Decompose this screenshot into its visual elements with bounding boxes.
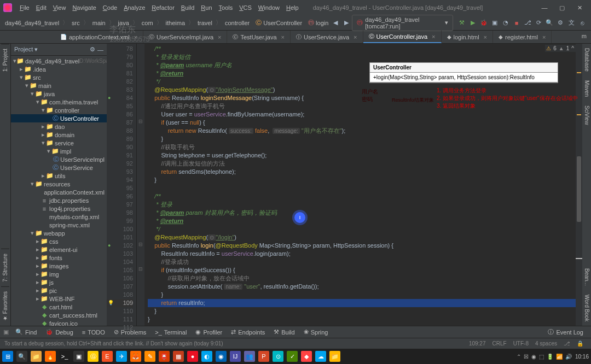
fold-toggle-icon[interactable] xyxy=(137,143,144,151)
code-line[interactable]: } xyxy=(148,135,588,143)
code-line[interactable]: //获取用户对象，放在会话域中 xyxy=(148,274,588,283)
fold-toggle-icon[interactable] xyxy=(137,69,144,78)
taskbar-app-icon[interactable]: >_ xyxy=(59,351,70,362)
fold-toggle-icon[interactable] xyxy=(137,78,144,86)
menu-edit[interactable]: Edit xyxy=(33,4,50,11)
tree-item[interactable]: applicationContext.xml xyxy=(11,188,107,196)
tree-arrow-icon[interactable]: ▸ xyxy=(35,279,40,286)
tree-item[interactable]: ▾📁impl xyxy=(11,147,107,155)
code-line[interactable]: //获取手机号 xyxy=(148,143,588,151)
gutter-line[interactable]: 93 xyxy=(107,168,133,176)
breadcrumb[interactable]: day46_day49_travel〉src〉main〉java〉com〉ith… xyxy=(3,19,251,27)
tree-item[interactable]: ⒸUserService xyxy=(11,163,107,172)
coverage-icon[interactable]: ▣ xyxy=(491,19,499,27)
fold-toggle-icon[interactable] xyxy=(137,291,144,299)
gutter-line[interactable]: 79 xyxy=(107,53,133,61)
hammer-icon[interactable]: ⚒ xyxy=(458,19,466,27)
tree-item[interactable]: ▸📁pic xyxy=(11,286,107,295)
bottom-tab-find[interactable]: 🔍Find xyxy=(11,328,41,336)
minimize-button[interactable]: — xyxy=(536,2,553,13)
taskbar-app-icon[interactable]: ◐ xyxy=(201,351,212,362)
intention-bulb-icon[interactable]: 💡 xyxy=(108,299,114,307)
gutter-line[interactable]: 111 xyxy=(107,315,133,324)
tree-arrow-icon[interactable]: ▾ xyxy=(30,90,35,97)
code-line[interactable]: /** xyxy=(148,192,588,201)
tree-item[interactable]: ▾📁controller xyxy=(11,106,107,114)
tree-arrow-icon[interactable]: ▾ xyxy=(35,98,40,105)
project-settings-icon[interactable]: ⚙ xyxy=(90,46,95,53)
gutter-line[interactable]: 108 xyxy=(107,291,133,299)
tree-item[interactable]: ▸📁WEB-INF xyxy=(11,295,107,303)
breadcrumb-part[interactable]: day46_day49_travel xyxy=(3,20,61,26)
maven-tool-icon[interactable]: m xyxy=(577,31,591,43)
gutter-line[interactable]: ●102 xyxy=(107,242,133,250)
code-line[interactable]: */ xyxy=(148,225,588,233)
file-encoding[interactable]: UTF-8 xyxy=(513,340,529,347)
code-line[interactable]: return sendSms(telephone); xyxy=(148,168,588,176)
close-tab-icon[interactable]: × xyxy=(354,34,357,40)
gutter-line[interactable]: 97 xyxy=(107,201,133,209)
taskbar-app-icon[interactable]: ◆ xyxy=(301,351,312,362)
taskbar-app-icon[interactable]: ▣ xyxy=(73,351,84,362)
update-icon[interactable]: ⟳ xyxy=(535,19,542,27)
bean-tool-tab[interactable]: Bean... xyxy=(583,264,591,290)
project-collapse-icon[interactable]: — xyxy=(97,46,103,53)
menu-run[interactable]: Run xyxy=(198,4,215,11)
sciview-tool-tab[interactable]: SciView xyxy=(583,101,591,129)
run-config-dropdown[interactable]: ⓜ day46_day49_travel [tomcat7:run] ▾ xyxy=(352,15,453,31)
tree-arrow-icon[interactable]: ▸ xyxy=(35,287,40,294)
fold-toggle-icon[interactable] xyxy=(137,192,144,201)
tray-icon[interactable]: 🔋 xyxy=(547,354,553,360)
line-separator[interactable]: CRLF xyxy=(493,340,507,347)
menu-vcs[interactable]: VCS xyxy=(236,4,255,11)
taskbar-app-icon[interactable]: 📁 xyxy=(31,351,42,362)
gutter-line[interactable]: 112 xyxy=(107,324,133,332)
gutter-line[interactable]: 80 xyxy=(107,61,133,69)
gutter-line[interactable]: 98 xyxy=(107,209,133,217)
tree-arrow-icon[interactable]: ▸ xyxy=(19,66,24,73)
code-line[interactable]: //调用上面发短信的方法 xyxy=(148,160,588,168)
breadcrumb-part[interactable]: java xyxy=(117,20,131,26)
gutter-line[interactable]: 96 xyxy=(107,192,133,201)
gutter-line[interactable]: 107 xyxy=(107,283,133,291)
tool-window-quick-access-icon[interactable]: ▣ xyxy=(3,328,9,336)
project-tree[interactable]: Project ▾ ⚙ — ▾📁day46_day49_travel D:\Wo… xyxy=(11,44,107,326)
taskbar-app-icon[interactable]: ● xyxy=(187,351,198,362)
tree-item[interactable]: ◆favicon.ico xyxy=(11,319,107,326)
translate-icon[interactable]: 文 xyxy=(567,19,575,27)
menu-analyze[interactable]: Analyze xyxy=(120,4,148,11)
taskbar-app-icon[interactable]: Ⓖ xyxy=(88,351,99,362)
fold-toggle-icon[interactable] xyxy=(137,307,144,315)
code-line[interactable] xyxy=(148,324,588,332)
lock-icon[interactable]: 🔒 xyxy=(577,340,583,347)
gutter-line[interactable]: 81 xyxy=(107,69,133,78)
git-icon[interactable]: ⎇ xyxy=(524,19,531,27)
fold-toggle-icon[interactable] xyxy=(137,184,144,192)
tree-item[interactable]: ⒸUserServiceImpl xyxy=(11,155,107,163)
menu-navigate[interactable]: Navigate xyxy=(69,4,99,11)
tree-arrow-icon[interactable]: ▸ xyxy=(35,262,40,269)
gutter-line[interactable]: 85 xyxy=(107,102,133,110)
tree-item[interactable]: ≡log4j.properties xyxy=(11,204,107,213)
breadcrumb-part[interactable]: com xyxy=(140,20,155,26)
tree-item[interactable]: ▸📁fonts xyxy=(11,254,107,262)
gutter-line[interactable]: 83 xyxy=(107,86,133,94)
editor-tab[interactable]: ⒸUserController.java× xyxy=(363,31,442,43)
project-view-label[interactable]: Project ▾ xyxy=(14,46,38,53)
gutter-line[interactable]: 90 xyxy=(107,143,133,151)
taskbar-app-icon[interactable]: 🔍 xyxy=(16,351,27,362)
code-line[interactable]: } xyxy=(148,291,588,299)
fold-toggle-icon[interactable] xyxy=(137,168,144,176)
tray-icon[interactable]: ⌃ xyxy=(517,354,521,360)
tree-arrow-icon[interactable]: ▸ xyxy=(40,131,46,138)
gutter-line[interactable]: 110 xyxy=(107,307,133,315)
tree-arrow-icon[interactable]: ▾ xyxy=(30,230,35,237)
code-line[interactable] xyxy=(148,184,588,192)
tree-item[interactable]: ▾📁resources xyxy=(11,180,107,188)
tree-arrow-icon[interactable]: ▾ xyxy=(46,148,51,155)
tray-icon[interactable]: ⬚ xyxy=(539,354,544,360)
close-tab-icon[interactable]: × xyxy=(484,34,487,40)
editor-tab[interactable]: ⒸTestUser.java× xyxy=(227,31,290,43)
indent-setting[interactable]: 4 spaces xyxy=(535,340,557,347)
fold-toggle-icon[interactable] xyxy=(137,250,144,258)
